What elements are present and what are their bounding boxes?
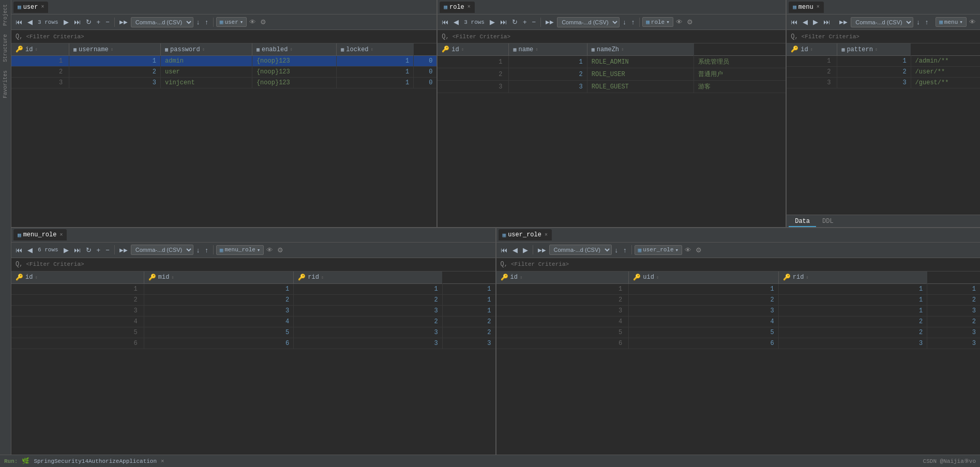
user-double-right-btn[interactable]: ▶▶ — [117, 18, 130, 26]
table-row[interactable]: 1 1 1 1 — [496, 283, 981, 294]
table-row[interactable]: 2 2 1 2 — [496, 294, 981, 305]
user-format-dropdown[interactable]: Comma-...d (CSV) — [131, 17, 193, 27]
menu-role-col-mid[interactable]: 🔑mid⇕ — [144, 272, 294, 284]
role-first-btn[interactable]: ⏮ — [440, 17, 450, 27]
menu-next-btn[interactable]: ▶ — [811, 17, 820, 27]
table-row[interactable]: 6 6 3 3 — [496, 338, 981, 349]
table-row[interactable]: 5 5 3 2 — [11, 327, 495, 338]
user-prev-btn[interactable]: ◀ — [25, 17, 35, 27]
menu-role-filter-input[interactable] — [26, 261, 491, 267]
user-remove-btn[interactable]: − — [103, 17, 112, 27]
user-role-filter-input[interactable] — [511, 261, 976, 267]
table-row[interactable]: 2 2 ROLE_USER 普通用户 — [438, 68, 786, 81]
table-row[interactable]: 4 4 2 2 — [11, 316, 495, 327]
table-row[interactable]: 2 2 user {noop}123 1 0 — [11, 67, 436, 78]
role-tab[interactable]: ▦ role × — [440, 2, 474, 13]
user-refresh-btn[interactable]: ↻ — [84, 17, 94, 27]
user-role-upload-btn[interactable]: ↑ — [621, 245, 629, 255]
sidebar-favorites-label[interactable]: Favorites — [2, 66, 9, 102]
user-role-tab-close[interactable]: × — [545, 232, 548, 238]
table-row[interactable]: 1 1 admin {noop}123 1 0 — [11, 56, 436, 67]
menu-role-col-rid[interactable]: 🔑rid⇕ — [294, 272, 442, 284]
user-role-tab[interactable]: ▦ user_role × — [499, 229, 552, 240]
role-last-btn[interactable]: ⏭ — [498, 17, 509, 27]
user-first-btn[interactable]: ⏮ — [13, 17, 24, 27]
user-gear-btn[interactable]: ⚙ — [259, 17, 268, 27]
role-add-btn[interactable]: + — [521, 17, 529, 27]
menu-role-next-btn[interactable]: ▶ — [62, 245, 71, 255]
role-col-name[interactable]: ▦name⇕ — [509, 43, 587, 56]
menu-role-last-btn[interactable]: ⏭ — [72, 245, 83, 255]
table-row[interactable]: 1 1 1 1 — [11, 283, 495, 294]
user-download-btn[interactable]: ↓ — [194, 17, 202, 27]
menu-role-upload-btn[interactable]: ↑ — [203, 245, 210, 255]
user-role-gear-btn[interactable]: ⚙ — [694, 245, 703, 255]
role-upload-btn[interactable]: ↑ — [629, 17, 637, 27]
sidebar-structure-label[interactable]: Structure — [2, 30, 9, 66]
menu-role-double-right-btn[interactable]: ▶▶ — [117, 246, 130, 254]
role-refresh-btn[interactable]: ↻ — [510, 17, 520, 27]
role-format-dropdown[interactable]: Comma-...d (CSV) — [557, 17, 620, 27]
menu-role-remove-btn[interactable]: − — [103, 245, 112, 255]
user-table-ref-btn[interactable]: ▦ user ▾ — [216, 17, 247, 27]
user-role-table-ref-btn[interactable]: ▦ user_role ▾ — [635, 245, 683, 255]
table-row[interactable]: 2 2 /user/** — [787, 67, 980, 78]
menu-filter-input[interactable] — [802, 34, 976, 40]
ddl-tab[interactable]: DDL — [816, 217, 840, 227]
menu-role-format-dropdown[interactable]: Comma-...d (CSV) — [131, 245, 193, 255]
table-row[interactable]: 4 4 2 2 — [496, 316, 981, 327]
user-tab[interactable]: ▦ user × — [13, 2, 48, 13]
user-role-double-right-btn[interactable]: ▶▶ — [536, 246, 548, 254]
table-row[interactable]: 1 1 /admin/** — [787, 56, 980, 67]
sidebar-project-label[interactable]: Project — [2, 0, 9, 30]
user-role-prev-btn[interactable]: ◀ — [510, 245, 520, 255]
user-col-enabled[interactable]: ▦enabled⇕ — [252, 43, 336, 56]
role-tab-close[interactable]: × — [468, 4, 471, 10]
role-prev-btn[interactable]: ◀ — [451, 17, 461, 27]
menu-prev-btn[interactable]: ◀ — [801, 17, 810, 27]
menu-table-ref-btn[interactable]: ▦ menu ▾ — [936, 17, 967, 27]
user-col-id[interactable]: 🔑id⇕ — [11, 43, 69, 56]
user-col-username[interactable]: ▦username⇕ — [69, 43, 161, 56]
menu-role-table-ref-btn[interactable]: ▦ menu_role ▾ — [216, 245, 264, 255]
menu-role-download-btn[interactable]: ↓ — [194, 245, 202, 255]
data-tab[interactable]: Data — [789, 217, 816, 227]
user-col-password[interactable]: ▦password⇕ — [161, 43, 252, 56]
table-row[interactable]: 2 2 2 1 — [11, 294, 495, 305]
user-role-first-btn[interactable]: ⏮ — [499, 245, 509, 255]
menu-role-gear-btn[interactable]: ⚙ — [276, 245, 285, 255]
menu-last-btn[interactable]: ⏭ — [821, 17, 832, 27]
role-next-btn[interactable]: ▶ — [488, 17, 497, 27]
table-row[interactable]: 3 3 1 3 — [496, 305, 981, 316]
user-role-col-id[interactable]: 🔑id⇕ — [496, 272, 629, 284]
menu-tab-close[interactable]: × — [817, 4, 820, 10]
user-eye-btn[interactable]: 👁 — [248, 17, 258, 27]
user-add-btn[interactable]: + — [95, 17, 103, 27]
user-next-btn[interactable]: ▶ — [62, 17, 71, 27]
user-last-btn[interactable]: ⏭ — [72, 17, 83, 27]
menu-role-add-btn[interactable]: + — [95, 245, 103, 255]
menu-col-id[interactable]: 🔑id⇕ — [787, 43, 837, 56]
run-app-name[interactable]: SpringSecurity14AuthorizeApplication — [34, 458, 157, 464]
menu-upload-btn[interactable]: ↑ — [923, 17, 931, 27]
user-col-locked[interactable]: ▦locked⇕ — [337, 43, 414, 56]
user-role-col-rid[interactable]: 🔑rid⇕ — [778, 272, 927, 284]
table-row[interactable]: 1 1 ROLE_ADMIN 系统管理员 — [438, 56, 786, 68]
user-role-next-btn[interactable]: ▶ — [521, 245, 530, 255]
user-upload-btn[interactable]: ↑ — [203, 17, 210, 27]
user-tab-close[interactable]: × — [41, 4, 44, 10]
role-filter-input[interactable] — [453, 34, 781, 40]
table-row[interactable]: 3 3 /guest/** — [787, 78, 980, 88]
menu-role-prev-btn[interactable]: ◀ — [25, 245, 35, 255]
menu-format-dropdown[interactable]: Comma-...d (CSV) — [851, 17, 913, 27]
user-role-eye-btn[interactable]: 👁 — [683, 245, 693, 255]
menu-first-btn[interactable]: ⏮ — [789, 17, 800, 27]
user-role-download-btn[interactable]: ↓ — [613, 245, 621, 255]
role-gear-btn[interactable]: ⚙ — [685, 17, 695, 27]
menu-col-pattern[interactable]: ▦pattern⇕ — [837, 43, 911, 56]
role-eye-btn[interactable]: 👁 — [674, 17, 684, 27]
user-role-format-dropdown[interactable]: Comma-...d (CSV) — [549, 245, 612, 255]
menu-tab[interactable]: ▦ menu × — [789, 2, 823, 13]
role-col-id[interactable]: 🔑id⇕ — [438, 43, 509, 56]
menu-eye-btn[interactable]: 👁 — [968, 17, 977, 27]
